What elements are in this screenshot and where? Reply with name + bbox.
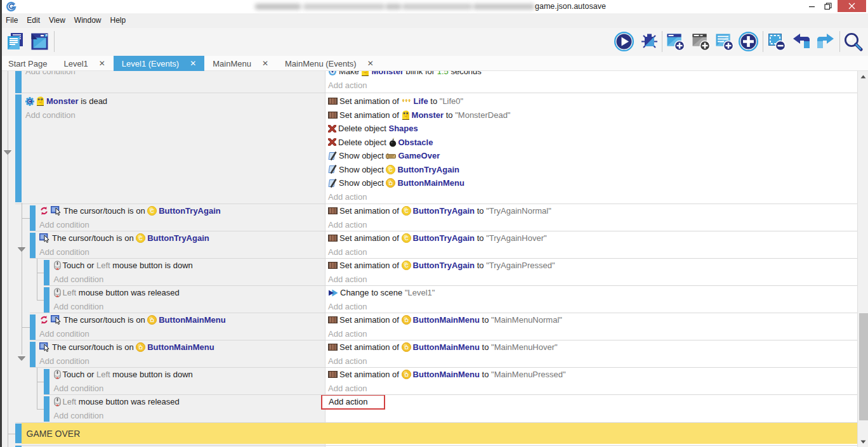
set-animation-icon [328, 344, 338, 351]
add-action-link[interactable]: Add action [328, 327, 857, 341]
action-line[interactable]: Change to scene "Level1" [328, 286, 857, 300]
add-action-link[interactable]: Add action [328, 245, 857, 259]
comment-game-over[interactable]: GAME OVER [22, 423, 858, 444]
menu-file[interactable]: File [1, 13, 22, 28]
tab-level1-events-[interactable]: Level1 (Events)✕ [114, 56, 204, 71]
gdevelop-logo-icon [5, 1, 17, 13]
action-line[interactable]: Delete object Obstacle [328, 136, 857, 150]
vertical-scrollbar[interactable] [857, 71, 868, 447]
title-bar: game.json.autosave [0, 0, 868, 13]
add-condition-link[interactable]: Add condition [54, 300, 323, 314]
scroll-down-arrow[interactable] [858, 436, 868, 447]
menu-edit[interactable]: Edit [22, 13, 44, 28]
title-redacted-path [255, 2, 534, 11]
add-condition-link[interactable]: Add condition [54, 273, 323, 287]
add-condition-link[interactable]: Add condition [25, 71, 322, 79]
tab-mainmenu[interactable]: MainMenu✕ [204, 56, 277, 71]
toolbar-separator [662, 31, 662, 52]
action-line[interactable]: Show object GameOver [328, 149, 857, 163]
menu-view[interactable]: View [44, 13, 70, 28]
conditions-cell: Monster is deadAdd condition [25, 94, 322, 122]
undo-icon[interactable] [792, 32, 812, 51]
condition-line[interactable]: Left mouse button was released [54, 395, 323, 409]
menu-help[interactable]: Help [106, 13, 131, 28]
add-condition-link[interactable]: Add condition [54, 382, 323, 396]
tab-close-icon[interactable]: ✕ [262, 59, 268, 68]
add-condition-link[interactable]: Add condition [54, 409, 323, 423]
show-object-icon [328, 152, 337, 160]
add-action-link[interactable]: Add action [328, 79, 857, 93]
add-subevent-icon[interactable] [691, 32, 711, 51]
add-action-link[interactable]: Add action [328, 273, 857, 287]
event-bar [44, 287, 50, 313]
window-title: game.json.autosave [535, 2, 606, 11]
conditions-cell: Left mouse button was releasedAdd condit… [54, 286, 323, 313]
object-name: ButtonTryAgain [413, 206, 475, 216]
add-action-link[interactable]: Add action [328, 190, 857, 204]
text: Delete object [338, 138, 389, 147]
tab-mainmenu-events-[interactable]: MainMenu (Events)✕ [277, 56, 382, 71]
action-line[interactable]: Make Monster blink for 1.5 seconds [328, 71, 857, 79]
add-condition-link[interactable]: Add condition [25, 108, 322, 122]
condition-line[interactable]: Touch or Left mouse button is down [54, 259, 323, 273]
add-plus-icon[interactable] [739, 32, 758, 51]
event-cursor-mainmenu-normal: The cursor/touch is on ButtonMainMenuAdd… [0, 313, 857, 340]
add-action-link[interactable]: Add action [328, 300, 857, 314]
add-condition-link[interactable]: Add condition [39, 327, 322, 341]
action-line[interactable]: Set animation of ButtonTryAgain to "TryA… [328, 259, 857, 273]
action-line[interactable]: Set animation of Life to "Life0" [328, 94, 857, 108]
search-icon[interactable] [843, 32, 863, 51]
number-value: 1.5 [437, 71, 449, 76]
tab-close-icon[interactable]: ✕ [99, 59, 105, 68]
menu-window[interactable]: Window [70, 13, 106, 28]
actions-cell: Set animation of Life to "Life0"Set anim… [328, 94, 857, 203]
scrollbar-thumb[interactable] [859, 313, 868, 420]
action-line[interactable]: Set animation of ButtonTryAgain to "TryA… [328, 204, 857, 218]
debug-icon[interactable] [640, 32, 659, 51]
project-manager-icon[interactable] [6, 32, 25, 51]
action-line[interactable]: Set animation of ButtonMainMenu to "Main… [328, 368, 857, 382]
add-comment-icon[interactable] [714, 32, 734, 51]
action-line[interactable]: Show object ButtonMainMenu [328, 176, 857, 190]
text: Set animation of [339, 206, 402, 216]
condition-line[interactable]: The cursor/touch is on ButtonMainMenu [39, 313, 322, 327]
action-line[interactable]: Set animation of ButtonMainMenu to "Main… [328, 313, 857, 327]
condition-line[interactable]: The cursor/touch is on ButtonTryAgain [39, 231, 322, 245]
action-line[interactable]: Set animation of ButtonMainMenu to "Main… [328, 340, 857, 354]
delete-icon [328, 125, 336, 133]
life-icon [402, 98, 412, 105]
button-mainmenu-icon [147, 315, 157, 325]
add-action-link-highlighted[interactable]: Add action [328, 395, 857, 409]
action-line[interactable]: Show object ButtonTryAgain [328, 163, 857, 177]
action-line[interactable]: Delete object Shapes [328, 122, 857, 136]
condition-line[interactable]: Touch or Left mouse button is down [54, 368, 323, 382]
value: "MainMenuHover" [491, 342, 558, 352]
scroll-up-arrow[interactable] [858, 71, 868, 82]
add-condition-link[interactable]: Add condition [39, 218, 322, 232]
tab-close-icon[interactable]: ✕ [367, 59, 374, 68]
condition-line[interactable]: The cursor/touch is on ButtonMainMenu [39, 340, 322, 354]
tab-close-icon[interactable]: ✕ [190, 59, 196, 68]
redo-icon[interactable] [815, 32, 835, 51]
restore-button[interactable] [820, 0, 836, 12]
add-action-link[interactable]: Add action [328, 218, 857, 232]
play-icon[interactable] [614, 32, 634, 51]
add-action-link[interactable]: Add action [328, 354, 857, 368]
condition-line[interactable]: Monster is dead [25, 94, 322, 108]
action-line[interactable]: Set animation of Monster to "MonsterDead… [328, 108, 857, 122]
remove-event-icon[interactable] [766, 32, 786, 51]
add-condition-link[interactable]: Add condition [39, 245, 322, 259]
scene-editor-window-icon[interactable] [30, 32, 49, 51]
value: "Level1" [405, 288, 435, 297]
text: mouse button was released [76, 397, 180, 406]
tab-start-page[interactable]: Start Page [0, 56, 55, 71]
condition-line[interactable]: The cursor/touch is on ButtonTryAgain [39, 204, 322, 218]
close-button[interactable] [838, 0, 866, 12]
action-line[interactable]: Set animation of ButtonTryAgain to "TryA… [328, 231, 857, 245]
add-action-link[interactable]: Add action [328, 382, 857, 396]
add-event-icon[interactable] [666, 32, 685, 51]
value: "TryAgainNormal" [486, 206, 551, 216]
tab-level1[interactable]: Level1✕ [55, 56, 113, 71]
condition-line[interactable]: Left mouse button was released [54, 286, 323, 300]
add-condition-link[interactable]: Add condition [39, 354, 322, 368]
